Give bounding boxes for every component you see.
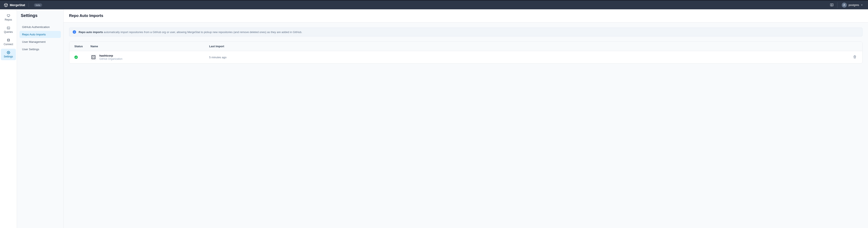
table-header: Status Name Last Import: [69, 42, 862, 51]
brand-name: MergeStat: [10, 3, 25, 7]
beta-badge: beta: [34, 3, 42, 7]
sidebar-title: Settings: [21, 13, 61, 18]
status-success-icon: [74, 56, 78, 59]
delete-button[interactable]: [848, 55, 857, 60]
sidebar-item-repo-auto-imports[interactable]: Repo Auto Imports: [20, 31, 61, 38]
info-rest: automatically import repositories from a…: [103, 31, 302, 34]
row-subtitle: GitHub Organization: [99, 58, 123, 60]
header-last-import: Last Import: [209, 45, 848, 48]
main-content: Repo Auto Imports i Repo auto imports au…: [64, 9, 868, 228]
top-navbar: MergeStat beta postgres: [0, 0, 868, 9]
sidebar-item-user-settings[interactable]: User Settings: [20, 46, 61, 53]
svg-point-7: [8, 52, 9, 53]
row-last-import: 5 minutes ago: [209, 56, 226, 59]
nav-label: Queries: [4, 31, 13, 33]
docs-button[interactable]: [829, 3, 834, 8]
sidebar-item-github-auth[interactable]: GitHub Authentication: [20, 24, 61, 31]
terminal-icon: [7, 26, 10, 30]
trash-icon: [853, 55, 856, 59]
row-name[interactable]: hashicorp: [99, 54, 123, 57]
brand-logo[interactable]: MergeStat: [4, 3, 29, 7]
nav-label: Repos: [5, 18, 12, 21]
chevron-down-icon: [861, 4, 863, 6]
nav-item-repos[interactable]: Repos: [1, 12, 16, 23]
info-text: Repo auto imports automatically import r…: [79, 31, 302, 34]
imports-table: Status Name Last Import: [69, 41, 863, 64]
info-strong: Repo auto imports: [79, 31, 103, 34]
page-title: Repo Auto Imports: [69, 13, 863, 18]
nav-label: Connect: [4, 43, 13, 46]
info-banner: i Repo auto imports automatically import…: [69, 28, 863, 36]
table-row: hashicorp GitHub Organization 5 minutes …: [69, 51, 862, 63]
org-avatar: [91, 54, 96, 60]
primary-nav: Repos Queries Connect Settings: [0, 9, 17, 228]
monitor-icon: [7, 14, 10, 18]
content-header: Repo Auto Imports: [64, 9, 868, 23]
svg-point-6: [7, 39, 9, 40]
header-status: Status: [74, 45, 91, 48]
nav-label: Settings: [4, 55, 13, 58]
nav-item-connect[interactable]: Connect: [1, 36, 16, 48]
header-name: Name: [91, 45, 209, 48]
svg-point-1: [844, 4, 845, 5]
nav-item-queries[interactable]: Queries: [1, 24, 16, 36]
sidebar-item-user-management[interactable]: User Management: [20, 38, 61, 45]
user-menu[interactable]: postgres: [840, 2, 864, 8]
svg-rect-2: [7, 14, 10, 16]
avatar: [842, 3, 847, 8]
info-icon: i: [73, 30, 76, 34]
mergestat-logo-icon: [4, 3, 8, 7]
user-icon: [843, 4, 846, 7]
user-name: postgres: [848, 3, 859, 7]
gear-icon: [7, 51, 10, 54]
settings-sidebar: Settings GitHub Authentication Repo Auto…: [17, 9, 64, 228]
nav-item-settings[interactable]: Settings: [1, 49, 16, 60]
database-icon: [7, 39, 10, 42]
book-icon: [830, 3, 833, 7]
check-icon: [75, 56, 77, 58]
